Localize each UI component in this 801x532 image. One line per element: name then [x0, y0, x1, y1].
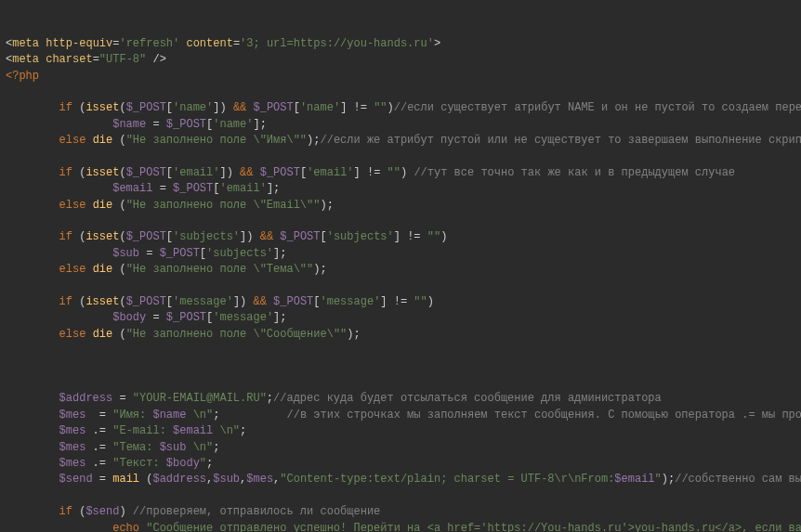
- code-block: <meta http-equiv='refresh' content='3; u…: [6, 36, 795, 532]
